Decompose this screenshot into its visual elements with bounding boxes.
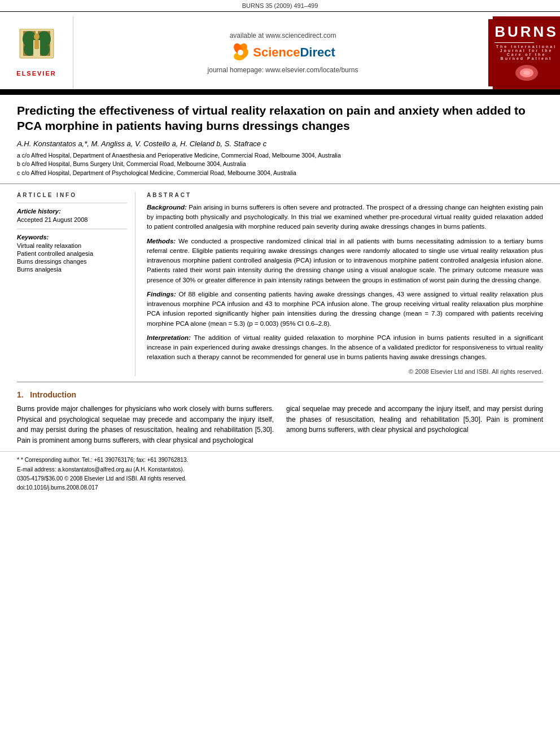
sciencedirect-icon [230,42,251,63]
abstract-content: Background: Pain arising in burns suffer… [147,203,543,376]
intro-left-text: Burns provide major challenges for physi… [17,404,274,445]
affiliation-c: c c/o Alfred Hospital, Department of Psy… [17,169,543,178]
elsevier-tree-icon [14,29,59,68]
elsevier-brand-text: ELSEVIER [16,70,56,77]
keyword-2: Patient controlled analgesia [17,250,127,257]
journal-header: ELSEVIER available at www.sciencedirect.… [0,12,560,90]
sciencedirect-text: ScienceDirect [253,45,335,60]
abstract-interpretation: Interpretation: The addition of virtual … [147,333,543,362]
sciencedirect-logo: ScienceDirect [230,42,335,63]
star-icon: * [17,456,19,463]
article-title-section: Predicting the effectiveness of virtual … [0,95,560,184]
abstract-background: Background: Pain arising in burns suffer… [147,203,543,232]
svg-point-15 [238,50,243,55]
journal-homepage: journal homepage: www.elsevier.com/locat… [208,66,358,74]
doi-line: doi:10.1016/j.burns.2008.08.017 [17,483,543,492]
black-bar [0,90,560,95]
burns-cover-image [510,63,544,82]
background-text: Pain arising in burns sufferers is often… [147,204,543,230]
methods-label: Methods: [147,238,176,244]
available-text: available at www.sciencedirect.com [230,32,336,40]
intro-left-col: Burns provide major challenges for physi… [17,404,274,445]
introduction-section: 1. Introduction Burns provide major chal… [0,382,560,451]
abstract-methods: Methods: We conducted a prospective rand… [147,237,543,285]
accepted-date: Accepted 21 August 2008 [17,216,127,223]
findings-text: Of 88 eligible and consenting patients h… [147,291,543,327]
article-title: Predicting the effectiveness of virtual … [17,103,543,134]
corresponding-author-text: * Corresponding author. Tel.: +61 390763… [21,457,188,463]
divider-2 [17,229,127,229]
section-title: 1. Introduction [17,390,543,399]
journal-id-line: BURNS 35 (2009) 491–499 [0,0,560,12]
intro-right-text: gical sequelae may precede and accompany… [286,404,543,435]
history-label: Article history: [17,208,127,215]
interpretation-text: The addition of virtual reality guided r… [147,334,543,361]
svg-point-19 [523,71,530,75]
abstract-col: ABSTRACT Background: Pain arising in bur… [147,192,543,376]
affiliation-b: b c/o Alfred Hospital, Burns Surgery Uni… [17,160,543,169]
article-info-col: ARTICLE INFO Article history: Accepted 2… [17,192,135,376]
interpretation-label: Interpretation: [147,334,191,341]
section-heading: Introduction [30,390,76,399]
background-label: Background: [147,204,187,211]
keywords-label: Keywords: [17,234,127,241]
corresponding-author-line: * * Corresponding author. Tel.: +61 3907… [17,455,543,465]
keyword-3: Burns dressings changes [17,258,127,265]
footer-notes: * * Corresponding author. Tel.: +61 3907… [0,451,560,498]
findings-label: Findings: [147,291,176,298]
journal-id-text: BURNS 35 (2009) 491–499 [242,2,318,9]
email-line: E-mail address: a.konstantatos@alfred.or… [17,465,543,474]
affiliations: a c/o Alfred Hospital, Department of Ana… [17,151,543,178]
svg-rect-9 [34,40,39,49]
article-info-heading: ARTICLE INFO [17,192,127,198]
section-number: 1. [17,390,24,399]
authors-line: A.H. Konstantatos a,*, M. Angliss a, V. … [17,139,543,148]
license-line: 0305-4179/$36.00 © 2008 Elsevier Ltd and… [17,474,543,483]
intro-two-col: Burns provide major challenges for physi… [17,404,543,445]
divider-1 [17,203,127,203]
header-center: available at www.sciencedirect.com Scien… [73,16,492,89]
affiliation-a: a c/o Alfred Hospital, Department of Ana… [17,151,543,160]
copyright-line: © 2008 Elsevier Ltd and ISBI. All rights… [147,367,543,377]
methods-text: We conducted a prospective randomized cl… [147,238,543,283]
burns-brand-text: BURNS [495,23,558,41]
page-wrapper: BURNS 35 (2009) 491–499 ELSEVIER [0,0,560,498]
intro-right-col: gical sequelae may precede and accompany… [286,404,543,445]
abstract-heading: ABSTRACT [147,192,543,198]
elsevier-logo: ELSEVIER [0,16,73,89]
two-col-section: ARTICLE INFO Article history: Accepted 2… [0,184,560,382]
burns-subtitle: The International Journal for the Care o… [495,45,558,60]
burns-logo: BURNS The International Journal for the … [492,16,560,89]
keyword-1: Virtual reality relaxation [17,242,127,249]
svg-point-8 [34,33,40,40]
keyword-4: Burns analgesia [17,266,127,273]
abstract-findings: Findings: Of 88 eligible and consenting … [147,290,543,329]
